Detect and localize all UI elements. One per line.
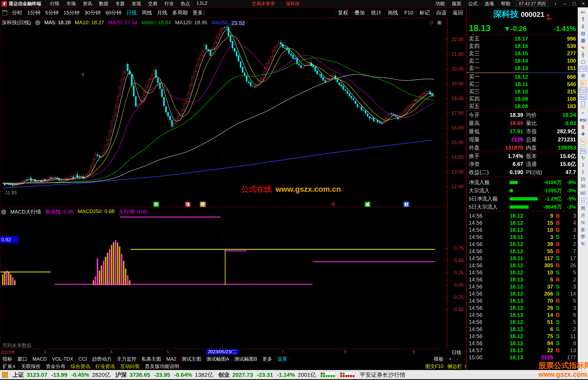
menu-item[interactable]: 市场	[63, 1, 79, 7]
menu-item[interactable]: 专题	[112, 1, 128, 7]
maximize-pane-icon[interactable]: ▣	[437, 19, 442, 25]
panel-toggle-link[interactable]: 图文F10	[425, 363, 443, 370]
login-status[interactable]: 交易未登录	[252, 1, 275, 7]
tool-icon[interactable]: ▦	[581, 38, 585, 43]
index-name[interactable]: 创业	[218, 371, 229, 379]
event-marker[interactable]: 减	[365, 202, 370, 207]
tool-icon[interactable]: N	[581, 220, 584, 226]
indicator-tab[interactable]: 测试幅图B	[232, 355, 260, 363]
period-tab[interactable]: 多周期	[170, 9, 190, 16]
event-marker[interactable]: 榜	[200, 202, 206, 207]
tool-icon[interactable]: 30	[580, 184, 586, 189]
indicator-tab[interactable]: 测试主图	[179, 355, 204, 363]
tool-icon[interactable]: F12	[579, 88, 587, 93]
tool-icon[interactable]	[580, 146, 587, 147]
tool-icon[interactable]: ⇐	[581, 10, 586, 15]
period-tab[interactable]: 日线	[124, 9, 139, 16]
ask-row[interactable]: 卖三18.15277	[467, 50, 578, 57]
indicator-tab[interactable]: 更多	[260, 355, 275, 363]
index-name[interactable]: 上证	[13, 371, 24, 379]
menu-item[interactable]: 交易	[145, 1, 161, 7]
tool-icon[interactable]: 1	[582, 162, 584, 168]
info-link[interactable]: 资金分布	[43, 363, 68, 370]
menu-item[interactable]: 行业	[161, 1, 177, 7]
system-menu-item[interactable]: 功能	[432, 1, 448, 7]
kline-chart-canvas[interactable]: 23.52-11.93T	[0, 18, 465, 349]
menu-item[interactable]: 数据	[96, 1, 112, 7]
chart-tool-button[interactable]: 复权	[335, 8, 351, 18]
indicator-tab[interactable]: VOL-TDX	[50, 355, 76, 363]
close-button[interactable]: ×	[579, 1, 588, 7]
stock-name[interactable]: 深科技	[493, 8, 519, 20]
event-marker[interactable]: 涨	[185, 202, 191, 207]
event-marker[interactable]: 跌	[153, 202, 159, 207]
tool-icon[interactable]	[580, 108, 587, 109]
tool-icon[interactable]: ▢	[581, 59, 585, 65]
tool-icon[interactable]: ▤	[581, 31, 585, 36]
chart-tool-button[interactable]: 标记	[416, 8, 433, 18]
indicator-tab[interactable]: CCI	[76, 355, 90, 363]
tool-icon[interactable]: 日	[580, 198, 586, 204]
info-link[interactable]: 关联报价	[19, 363, 43, 370]
menu-item[interactable]: 发现	[128, 1, 145, 7]
indicator-tab[interactable]: 设置	[275, 355, 290, 363]
info-link[interactable]: 综合资讯	[68, 363, 93, 370]
tool-icon[interactable]: 5	[582, 169, 584, 175]
bid-row[interactable]: 买一18.12666	[467, 73, 578, 81]
tool-icon[interactable]: 月	[581, 213, 585, 218]
tool-icon[interactable]: 多	[581, 227, 585, 233]
system-menu-item[interactable]: 选项	[481, 1, 497, 7]
system-menu-item[interactable]: 公式	[465, 1, 481, 7]
tool-icon[interactable]: ↻	[581, 155, 585, 161]
tool-icon[interactable]: F5	[580, 148, 586, 154]
tool-icon[interactable]: F10	[579, 66, 587, 71]
period-tab[interactable]: 分时	[10, 9, 25, 16]
minimize-button[interactable]: –	[560, 1, 569, 7]
collapse-icon[interactable]: ⌄	[1, 209, 6, 215]
period-tab[interactable]: 1分钟	[25, 9, 43, 16]
restore-button[interactable]: □	[569, 1, 579, 7]
index-name[interactable]: 沪深	[115, 371, 127, 379]
chart-tool-button[interactable]: 自适	[433, 8, 449, 18]
template-button[interactable]: +	[446, 355, 454, 363]
back-button[interactable]: ‹	[551, 1, 560, 7]
indicator-tab[interactable]: 趋势动力	[90, 355, 114, 363]
indicator-tab[interactable]: 测试幅图A	[204, 355, 232, 363]
chart-tool-button[interactable]: 画线	[384, 8, 401, 18]
active-stock-label[interactable]: 深科技	[286, 1, 300, 7]
tool-icon[interactable]: 15	[580, 177, 586, 182]
menu-item[interactable]: 热点	[177, 1, 194, 7]
template-button[interactable]: 模板	[431, 355, 446, 363]
tool-icon[interactable]: ✎	[581, 139, 586, 145]
indicator-tab[interactable]: 窗口	[15, 355, 30, 363]
tool-icon[interactable]: 年	[581, 241, 585, 247]
period-tab[interactable]: 15分钟	[61, 9, 82, 16]
bid-row[interactable]: 买五18.08183	[467, 103, 578, 110]
chart-tool-button[interactable]: 返回	[449, 8, 466, 18]
tool-icon[interactable]: ✚	[581, 132, 585, 137]
chart-tool-button[interactable]: F10	[401, 8, 416, 18]
event-marker[interactable]: S	[330, 202, 336, 207]
period-tab[interactable]: 更多〉	[190, 9, 211, 16]
bid-row[interactable]: 买三18.10315	[467, 88, 578, 95]
tool-icon[interactable]: 季	[581, 234, 585, 240]
chart-tool-button[interactable]: 叠加	[351, 8, 368, 18]
period-tab[interactable]: 60分钟	[103, 9, 124, 16]
panel-toggle-link[interactable]: 侧边栏《	[447, 363, 467, 370]
info-link[interactable]: 行业资讯	[93, 363, 118, 370]
period-tab[interactable]: 30分钟	[82, 9, 103, 16]
tool-icon[interactable]: 自	[580, 80, 586, 86]
ask-row[interactable]: 卖五18.17996	[467, 35, 578, 42]
indicator-tab[interactable]: 主力监控	[114, 355, 139, 363]
info-link[interactable]: 扩展∧	[0, 363, 19, 370]
diamond-icon[interactable]: ◇	[430, 19, 434, 25]
system-menu-item[interactable]: 帮助	[497, 1, 514, 7]
tool-icon[interactable]: ╫	[581, 52, 584, 57]
menu-item[interactable]: 资讯	[79, 1, 96, 7]
chart-tool-button[interactable]: 统计	[368, 8, 384, 18]
ask-row[interactable]: 卖二18.14100	[467, 57, 578, 65]
bid-row[interactable]: 买四18.09168	[467, 95, 578, 103]
bid-row[interactable]: 买二18.11540	[467, 81, 578, 88]
info-link[interactable]: 普及版功能说明	[142, 363, 182, 370]
indicator-tab[interactable]: 指标	[0, 355, 15, 363]
